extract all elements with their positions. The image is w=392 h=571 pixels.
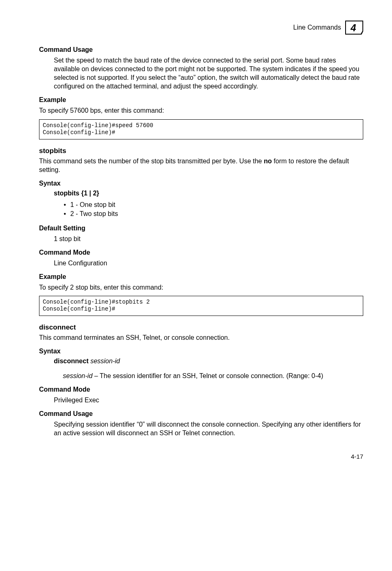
header-title: Line Commands: [293, 24, 341, 31]
section-example: Example: [39, 273, 363, 281]
section-command-usage: Command Usage: [39, 46, 363, 53]
svg-text:4: 4: [350, 22, 356, 33]
example-intro: To specify 2 stop bits, enter this comma…: [39, 283, 363, 292]
bullet-list: 1 - One stop bit 2 - Two stop bits: [64, 200, 363, 219]
command-disconnect: disconnect: [39, 323, 363, 332]
default-text: 1 stop bit: [54, 234, 363, 243]
param-desc: session-id – The session identifier for …: [63, 371, 363, 380]
stopbits-desc: This command sets the number of the stop…: [39, 157, 363, 174]
list-item: 1 - One stop bit: [64, 200, 363, 209]
section-command-mode: Command Mode: [39, 249, 363, 256]
syntax-line: stopbits {1 | 2}: [54, 190, 363, 197]
code-block: Console(config-line)#stopbits 2 Console(…: [39, 296, 363, 316]
code-block: Console(config-line)#speed 57600 Console…: [39, 119, 363, 139]
section-command-usage: Command Usage: [39, 410, 363, 418]
section-syntax: Syntax: [39, 180, 363, 187]
section-default-setting: Default Setting: [39, 225, 363, 232]
chapter-badge-icon: 4: [345, 21, 363, 35]
example-intro: To specify 57600 bps, enter this command…: [39, 106, 363, 115]
command-usage-text: Set the speed to match the baud rate of …: [54, 56, 363, 91]
command-stopbits: stopbits: [39, 147, 363, 155]
usage-text: Specifying session identifier “0” will d…: [54, 420, 363, 437]
section-example: Example: [39, 96, 363, 104]
mode-text: Line Configuration: [54, 259, 363, 267]
page-header: Line Commands 4: [39, 21, 363, 35]
list-item: 2 - Two stop bits: [64, 209, 363, 218]
mode-text: Privileged Exec: [54, 396, 363, 404]
page-number: 4-17: [39, 453, 363, 460]
section-command-mode: Command Mode: [39, 386, 363, 393]
syntax-line: disconnect session-id: [54, 357, 363, 365]
disconnect-desc: This command terminates an SSH, Telnet, …: [39, 333, 363, 342]
section-syntax: Syntax: [39, 348, 363, 355]
